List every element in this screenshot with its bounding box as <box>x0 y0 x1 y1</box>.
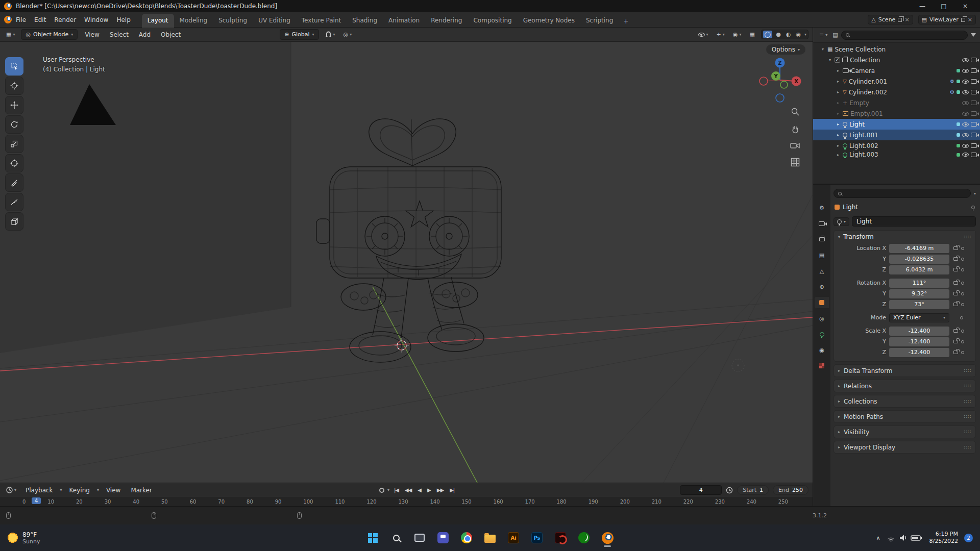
menu-help[interactable]: Help <box>112 14 134 26</box>
zoom-icon[interactable] <box>791 107 800 116</box>
section-visibility[interactable]: ▸ Visibility ∷∷ <box>834 425 976 438</box>
remove-viewlayer-icon[interactable]: × <box>968 17 972 22</box>
lock-icon[interactable] <box>953 350 958 354</box>
object-type-dropdown[interactable]: ▾ <box>834 217 849 226</box>
properties-search-input[interactable] <box>834 189 971 198</box>
timeline-editor-type-icon[interactable]: ▾ <box>4 486 18 494</box>
jump-to-end-button[interactable]: ▶| <box>448 486 456 494</box>
rotation-mode-dropdown[interactable]: XYZ Euler ▾ <box>889 313 949 322</box>
start-button[interactable] <box>362 528 383 548</box>
tab-animation[interactable]: Animation <box>383 14 425 28</box>
play-button[interactable]: ▶ <box>426 486 432 494</box>
outliner-row-camera[interactable]: ▸ Camera <box>813 65 980 76</box>
hide-toggle[interactable] <box>962 58 969 62</box>
section-viewport-display[interactable]: ▸ Viewport Display ∷∷ <box>834 441 976 454</box>
section-relations[interactable]: ▸ Relations ∷∷ <box>834 380 976 392</box>
camera-view-icon[interactable] <box>790 142 800 149</box>
auto-keying-button[interactable] <box>379 488 384 493</box>
menu-timeline-view[interactable]: View <box>103 485 124 495</box>
end-frame-field[interactable]: End250 <box>773 485 808 495</box>
scale-y-field[interactable]: -12.400 <box>889 337 949 346</box>
use-preview-range-icon[interactable] <box>726 487 733 494</box>
pan-hand-icon[interactable] <box>791 124 800 134</box>
animate-dot-icon[interactable] <box>960 316 963 319</box>
section-collections[interactable]: ▸ Collections ∷∷ <box>834 395 976 408</box>
panel-grip-icon[interactable]: ∷∷ <box>964 383 971 389</box>
transform-tool[interactable] <box>5 154 23 172</box>
render-toggle[interactable] <box>971 58 977 62</box>
blender-menu-icon[interactable] <box>4 16 12 23</box>
move-tool[interactable] <box>5 96 23 114</box>
filter-icon[interactable] <box>971 33 976 37</box>
animate-dot-icon[interactable] <box>961 282 964 285</box>
animate-dot-icon[interactable] <box>961 292 964 295</box>
render-toggle[interactable] <box>971 90 977 94</box>
location-y-field[interactable]: -0.028635 <box>889 255 949 264</box>
render-toggle[interactable] <box>971 133 977 137</box>
orthographic-grid-icon[interactable] <box>791 158 800 167</box>
hide-toggle[interactable] <box>962 153 969 157</box>
render-toggle[interactable] <box>971 68 977 73</box>
tab-rendering[interactable]: Rendering <box>425 14 468 28</box>
rotate-tool[interactable] <box>5 115 23 134</box>
object-name-field[interactable]: Light <box>852 216 976 227</box>
menu-file[interactable]: File <box>12 14 30 26</box>
shading-wireframe-button[interactable]: ◯ <box>763 31 772 38</box>
weather-widget[interactable]: 89°F Sunny <box>7 531 40 545</box>
axis-x-negative-button[interactable] <box>760 77 768 85</box>
animate-dot-icon[interactable] <box>961 351 964 354</box>
start-frame-field[interactable]: Start1 <box>737 485 769 495</box>
outliner-row-empty[interactable]: ▸ + Empty <box>813 97 980 108</box>
panel-grip-icon[interactable]: ∷∷ <box>964 368 971 373</box>
ptab-world[interactable]: ⊕ <box>815 281 829 292</box>
axis-z-negative-button[interactable] <box>776 94 784 102</box>
lock-icon[interactable] <box>953 292 958 295</box>
location-x-field[interactable]: -6.4169 m <box>889 244 949 253</box>
tab-texture-paint[interactable]: Texture Paint <box>296 14 347 28</box>
hide-toggle[interactable] <box>962 80 969 84</box>
section-delta-transform[interactable]: ▸ Delta Transform ∷∷ <box>834 364 976 377</box>
lock-icon[interactable] <box>953 246 958 250</box>
show-object-types-dropdown[interactable]: ▾ <box>696 31 710 38</box>
hide-toggle[interactable] <box>962 101 969 105</box>
menu-keying[interactable]: Keying <box>66 485 93 495</box>
jump-to-start-button[interactable]: |◀ <box>393 486 400 494</box>
hide-toggle[interactable] <box>962 112 969 116</box>
proportional-editing-toggle[interactable]: ◎▾ <box>341 31 354 38</box>
hide-toggle[interactable] <box>962 69 969 73</box>
lock-icon[interactable] <box>953 340 958 343</box>
tab-shading[interactable]: Shading <box>347 14 383 28</box>
panel-grip-icon[interactable]: ∷∷ <box>964 414 971 419</box>
ptab-output[interactable] <box>815 234 829 245</box>
shading-rendered-button[interactable]: ◉ <box>794 31 802 38</box>
outliner-editor-type-icon[interactable]: ≡▾ <box>817 31 829 39</box>
teams-button[interactable] <box>433 528 453 548</box>
menu-window[interactable]: Window <box>80 14 112 26</box>
ptab-object[interactable] <box>815 297 829 308</box>
location-z-field[interactable]: 6.0432 m <box>889 265 949 274</box>
outliner-row-cylinder-002[interactable]: ▸ ▽ Cylinder.002 ⚙ <box>813 87 980 97</box>
play-reverse-button[interactable]: ◀ <box>416 486 423 494</box>
mode-dropdown[interactable]: ◎ Object Mode ▾ <box>21 29 78 40</box>
animate-dot-icon[interactable] <box>961 303 964 306</box>
menu-playback[interactable]: Playback <box>22 485 56 495</box>
animate-dot-icon[interactable] <box>961 340 964 343</box>
close-button[interactable]: × <box>954 0 976 12</box>
ptab-texture[interactable] <box>815 360 829 371</box>
xbox-button[interactable] <box>574 528 594 548</box>
clock-widget[interactable]: 6:19 PM 8/25/2022 <box>929 531 958 545</box>
lock-icon[interactable] <box>953 268 958 271</box>
viewport-canvas[interactable]: User Perspective (4) Collection | Light … <box>0 42 813 483</box>
tab-modeling[interactable]: Modeling <box>174 14 213 28</box>
scale-z-field[interactable]: -12.400 <box>889 348 949 357</box>
render-toggle[interactable] <box>971 101 977 105</box>
panel-grip-icon[interactable]: ∷∷ <box>964 234 971 240</box>
render-toggle[interactable] <box>971 111 977 116</box>
search-button[interactable] <box>386 528 406 548</box>
new-viewlayer-icon[interactable] <box>961 18 965 22</box>
xray-toggle[interactable]: ▦ <box>747 31 756 38</box>
maximize-button[interactable]: □ <box>933 0 954 12</box>
orientation-dropdown[interactable]: ⊕ Global ▾ <box>280 29 318 40</box>
lock-icon[interactable] <box>953 329 958 333</box>
ptab-render[interactable] <box>815 218 829 229</box>
